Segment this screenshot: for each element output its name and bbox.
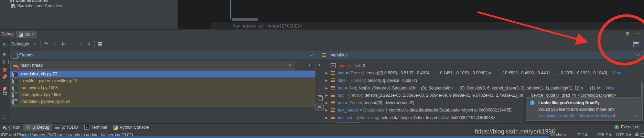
variable-value: tensor([[[[-0.5059, -0.5137, -0.4824, ..… — [365, 71, 607, 75]
lock-icon[interactable] — [635, 134, 638, 136]
variable-type: {Tensor} — [348, 93, 364, 98]
expand-arrow-icon[interactable]: ▶ — [325, 101, 329, 105]
object-variable-icon — [331, 78, 335, 82]
next-frame-icon[interactable]: ↓ — [308, 62, 311, 67]
layout-settings-icon[interactable] — [633, 41, 640, 47]
step-out-icon[interactable]: ↑ — [78, 41, 83, 46]
frame-label: <module>, pydevd.py:1664 — [20, 99, 70, 104]
tool-window-tab-terminal[interactable]: >Terminal — [81, 124, 110, 131]
variables-panel-icon — [322, 53, 326, 57]
restore-layout-icon[interactable] — [3, 92, 7, 95]
resume-icon[interactable] — [3, 52, 7, 56]
variable-row[interactable]: ▶label = {Tensor} tensor([3], device='cu… — [323, 77, 644, 84]
scroll-decoration-icon: →* — [310, 53, 314, 57]
line-ending-selector[interactable]: CRLF ▾ — [597, 132, 611, 137]
variable-type: {Tensor} — [348, 100, 365, 105]
expand-arrow-icon[interactable]: ▶ — [325, 108, 329, 112]
frame-row[interactable]: run, pydevd.py:1068 — [10, 84, 315, 91]
label-text: : TODO — [64, 125, 78, 130]
tool-window-tab-debug[interactable]: 5: Debug — [23, 124, 52, 131]
run-to-cursor-icon[interactable]: ↧ — [86, 41, 92, 46]
equals-sign: = — [350, 63, 355, 68]
variable-name[interactable]: label — [338, 78, 346, 83]
screen-reader-icon[interactable] — [641, 133, 644, 137]
keep-current-layout-link[interactable]: Keep current layout... — [579, 113, 619, 118]
variable-name[interactable]: test_loader — [338, 108, 358, 113]
frame-icon — [12, 86, 17, 90]
code-line: for epoch in range(EPOCHES) — [233, 23, 302, 29]
tool-window-tab-pythonconsole[interactable]: Python Console — [110, 124, 152, 131]
frame-row[interactable]: <module>, pydevd.py:1664 — [10, 98, 315, 105]
variable-name[interactable]: net — [338, 86, 344, 91]
step-over-icon[interactable]: ↷ — [43, 41, 49, 46]
debug-tab-label: cls — [25, 32, 30, 37]
view-link[interactable]: View — [605, 86, 614, 91]
horizontal-scrollbar-thumb[interactable] — [232, 18, 258, 21]
view-breakpoints-icon[interactable] — [2, 76, 6, 79]
rerun-icon[interactable]: ↻ — [2, 42, 8, 48]
event-log[interactable]: 1 Event Log — [614, 125, 640, 129]
variable-value: tensor([3], device='cuda:0') — [367, 78, 417, 83]
evaluate-grid-icon[interactable]: ▦ — [98, 41, 102, 46]
variable-row[interactable]: ▶img = {Tensor} tensor([[[[-0.5059, -0.5… — [323, 70, 644, 77]
variables-panel-title: Variables — [331, 53, 347, 57]
move-up-icon: ▲ — [316, 80, 323, 84]
object-variable-icon — [331, 116, 335, 119]
tree-item-label: External Libraries — [16, 0, 48, 3]
library-icon — [10, 0, 14, 2]
variable-name[interactable]: epoch — [339, 63, 350, 68]
variable-row[interactable]: ▶18epoch = {int} 0 — [323, 62, 644, 70]
expand-arrow-icon[interactable]: ▶ — [325, 86, 329, 90]
use-scientific-mode-link[interactable]: Use scientific mode — [538, 113, 574, 118]
chevron-down-icon[interactable]: ⌄ — [634, 113, 638, 118]
frame-label: <module>, cls.py:72 — [20, 72, 57, 76]
variable-value: 0 — [363, 63, 365, 68]
gear-icon[interactable]: ⚙ — [625, 31, 630, 37]
debug-window-title: Debug: — [1, 32, 15, 36]
close-icon[interactable]: × — [32, 33, 34, 36]
object-variable-icon — [331, 101, 335, 105]
console-layout-icon[interactable]: ≡ — [33, 41, 36, 47]
encoding-selector[interactable]: UTF-8 ▾ — [616, 132, 631, 137]
caret-position[interactable]: 72:14 — [577, 132, 587, 137]
variable-name[interactable]: pre — [338, 100, 344, 105]
variable-value: Net(\n (features): Sequential(\n (0): Se… — [358, 86, 600, 91]
expand-arrow-icon[interactable]: ▶ — [325, 79, 329, 82]
view-link[interactable]: View — [612, 71, 621, 75]
frame-row[interactable]: main, pydevd.py:1658 — [10, 91, 315, 98]
add-watch-icon[interactable]: + — [316, 62, 323, 67]
step-into-my-code-icon[interactable]: ⇊ — [61, 41, 66, 46]
debug-session-tab[interactable]: cls × — [16, 31, 37, 38]
variable-row[interactable]: ▶net = {Net} Net(\n (features): Sequenti… — [323, 84, 644, 92]
frame-row[interactable]: <module>, cls.py:72 — [10, 71, 315, 77]
frames-list: <module>, cls.py:72execfile, _pydev_exec… — [10, 71, 315, 105]
tree-item-external-libraries[interactable]: External Libraries — [10, 0, 48, 3]
more-options-icon[interactable]: » — [2, 116, 5, 121]
object-variable-icon — [331, 71, 335, 75]
frame-label: execfile, _pydev_execfile.py:18 — [20, 78, 77, 83]
equals-sign: = — [346, 78, 351, 83]
expand-arrow-icon[interactable]: ▶ — [325, 71, 329, 75]
frame-row[interactable]: execfile, _pydev_execfile.py:18 — [10, 77, 315, 84]
variable-name[interactable]: img — [338, 71, 344, 75]
show-return-values-toggle[interactable]: ∞ — [315, 104, 324, 110]
tool-window-tab-run[interactable]: 4: Run — [0, 124, 23, 131]
tool-window-tab-todo[interactable]: 6: TODO — [52, 124, 81, 131]
expand-arrow-icon[interactable]: ▶ — [325, 116, 329, 119]
thread-selector[interactable]: MainThread ▼ — [10, 61, 295, 70]
step-into-icon[interactable]: ↓ — [52, 41, 57, 46]
expand-arrow-icon[interactable]: ▶ — [325, 94, 329, 97]
minimize-icon[interactable]: — — [635, 30, 640, 35]
debug-icon — [26, 125, 30, 129]
mute-breakpoints-icon[interactable] — [3, 87, 7, 91]
stop-icon[interactable] — [3, 68, 7, 72]
tree-item-scratches[interactable]: Scratches and Consoles — [11, 3, 62, 8]
variable-name[interactable]: test_set — [338, 115, 352, 120]
label-text: : Debug — [35, 125, 49, 130]
editor-pane[interactable]: for epoch in range(EPOCHES) — [178, 0, 644, 29]
tab-debugger[interactable]: Debugger — [11, 42, 30, 46]
variable-name[interactable]: out — [338, 93, 344, 98]
variable-type: {Tensor} — [351, 78, 367, 83]
equals-sign: = — [344, 86, 348, 91]
python-icon — [113, 125, 118, 130]
